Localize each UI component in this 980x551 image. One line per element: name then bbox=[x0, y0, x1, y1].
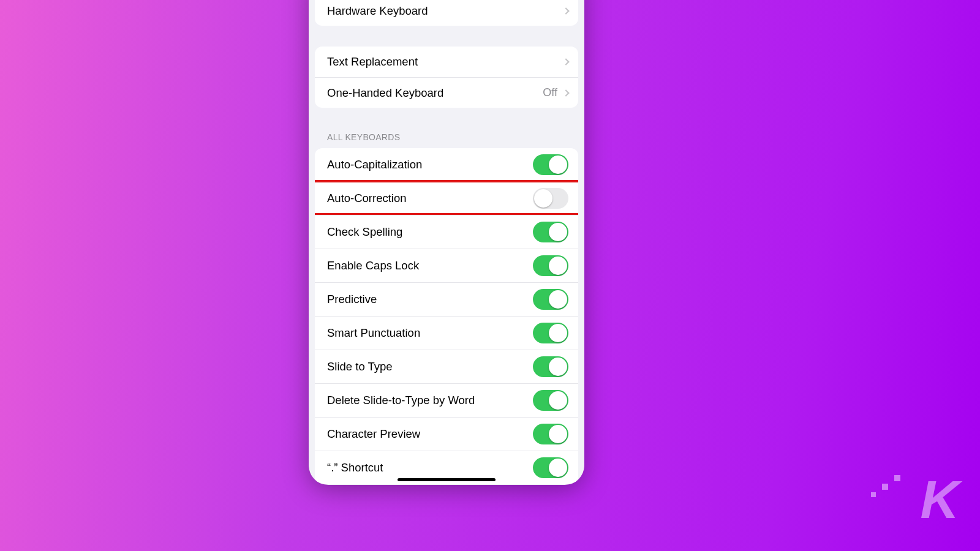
toggle-knob bbox=[549, 223, 567, 241]
toggle-switch[interactable] bbox=[533, 356, 568, 377]
row-label: One-Handed Keyboard bbox=[327, 86, 543, 100]
phone-screen: Keyboards 2 Hardware Keyboard Text Repla… bbox=[309, 0, 584, 485]
row-toggle[interactable]: Character Preview bbox=[315, 417, 578, 451]
row-toggle[interactable]: Predictive bbox=[315, 282, 578, 316]
row-label: Predictive bbox=[327, 293, 533, 306]
toggle-knob bbox=[549, 257, 567, 275]
row-label: Check Spelling bbox=[327, 225, 533, 239]
toggle-switch[interactable] bbox=[533, 323, 568, 343]
row-toggle[interactable]: Check Spelling bbox=[315, 215, 578, 249]
row-one-handed-keyboard[interactable]: One-Handed Keyboard Off bbox=[315, 77, 578, 108]
row-toggle[interactable]: Delete Slide-to-Type by Word bbox=[315, 383, 578, 417]
settings-group-keyboards: Keyboards 2 Hardware Keyboard bbox=[315, 0, 578, 26]
toggle-switch[interactable] bbox=[533, 390, 568, 411]
toggle-knob bbox=[549, 459, 567, 477]
chevron-right-icon bbox=[562, 7, 569, 14]
chevron-right-icon bbox=[562, 89, 569, 96]
toggle-knob bbox=[549, 425, 567, 443]
row-hardware-keyboard[interactable]: Hardware Keyboard bbox=[315, 0, 578, 26]
row-toggle[interactable]: Auto-Correction bbox=[315, 181, 578, 215]
row-value: Off bbox=[543, 86, 557, 99]
row-label: Enable Caps Lock bbox=[327, 259, 533, 272]
toggle-switch[interactable] bbox=[533, 424, 568, 444]
toggle-knob bbox=[549, 391, 567, 410]
row-text-replacement[interactable]: Text Replacement bbox=[315, 47, 578, 77]
settings-group-all-keyboards: Auto-CapitalizationAuto-CorrectionCheck … bbox=[315, 148, 578, 484]
row-label: Auto-Correction bbox=[327, 192, 533, 205]
toggle-switch[interactable] bbox=[533, 154, 568, 175]
row-toggle[interactable]: Auto-Capitalization bbox=[315, 148, 578, 181]
toggle-switch[interactable] bbox=[533, 222, 568, 242]
toggle-knob bbox=[534, 189, 552, 208]
chevron-right-icon bbox=[562, 58, 569, 65]
row-label: Hardware Keyboard bbox=[327, 4, 560, 18]
watermark-logo: K bbox=[920, 473, 956, 527]
toggle-knob bbox=[549, 290, 567, 309]
row-toggle[interactable]: Slide to Type bbox=[315, 350, 578, 383]
home-indicator[interactable] bbox=[398, 478, 496, 481]
row-label: Slide to Type bbox=[327, 360, 533, 373]
row-label: Text Replacement bbox=[327, 55, 560, 69]
settings-group-text: Text Replacement One-Handed Keyboard Off bbox=[315, 47, 578, 108]
row-toggle[interactable]: Enable Caps Lock bbox=[315, 249, 578, 282]
row-label: Delete Slide-to-Type by Word bbox=[327, 394, 533, 407]
toggle-switch[interactable] bbox=[533, 255, 568, 276]
toggle-switch[interactable] bbox=[533, 188, 568, 209]
toggle-knob bbox=[549, 358, 567, 376]
row-label: Smart Punctuation bbox=[327, 326, 533, 340]
toggle-switch[interactable] bbox=[533, 457, 568, 478]
toggle-knob bbox=[549, 324, 567, 342]
row-label: Auto-Capitalization bbox=[327, 158, 533, 171]
toggle-knob bbox=[549, 156, 567, 174]
row-label: Character Preview bbox=[327, 427, 533, 441]
toggle-switch[interactable] bbox=[533, 289, 568, 310]
row-toggle[interactable]: Smart Punctuation bbox=[315, 316, 578, 350]
row-label: “.” Shortcut bbox=[327, 461, 533, 474]
section-header-all-keyboards: All Keyboards bbox=[309, 115, 584, 146]
